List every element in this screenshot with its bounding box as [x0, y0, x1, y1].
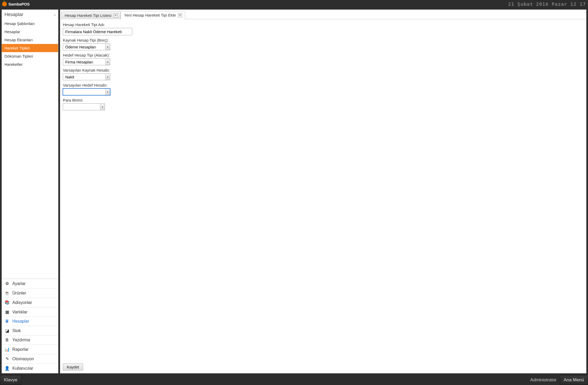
select-value[interactable] [63, 89, 105, 95]
stock-icon [4, 328, 10, 333]
sidebar-header[interactable]: Hesaplar ‹ [2, 10, 58, 19]
nav-urunler[interactable]: Ürünler [2, 288, 58, 298]
tab-hareket-tipi-listesi[interactable]: Hesap Hareketi Tipi Listesi ✕ [61, 11, 121, 19]
calculator-icon [4, 319, 10, 324]
select-value[interactable] [63, 104, 100, 110]
close-icon[interactable]: ✕ [178, 13, 182, 17]
sidebar-sublist: Hesap Şablonları Hesaplar Hesap Ekranlar… [2, 19, 58, 68]
nav-ayarlar[interactable]: Ayarlar [2, 279, 58, 288]
nav-hesaplar[interactable]: Hesaplar [2, 317, 58, 326]
tab-label: Hesap Hareketi Tipi Listesi [65, 13, 111, 18]
gear-icon [4, 281, 10, 286]
tabstrip: Hesap Hareketi Tipi Listesi ✕ Yeni Hesap… [60, 10, 586, 19]
select-source-type[interactable]: ▾ [63, 43, 110, 50]
chevron-down-icon[interactable]: ▾ [105, 89, 110, 95]
select-value[interactable] [63, 74, 105, 80]
clock: 21 Şubat 2016 Pazar 12 17 [508, 1, 586, 7]
nav-label: Kullanıcılar [12, 366, 33, 371]
form-area: Hesap Hareketi Tipi Adı: Kaynak Hesap Ti… [60, 19, 586, 373]
sidebar-item-hareket-tipleri[interactable]: Hareket Tipleri [2, 44, 58, 52]
footer: Klavye Administrator Ana Menü [0, 375, 588, 385]
nav-label: Raporlar [12, 347, 28, 352]
logo-icon [2, 2, 7, 6]
app-name: SambaPOS [8, 2, 30, 6]
select-target-type[interactable]: ▾ [63, 58, 110, 65]
save-button[interactable]: Kaydet [63, 363, 83, 371]
label-default-target: Varsayılan Hedef Hesabı: [63, 83, 584, 87]
nav-label: Varlıklar [12, 310, 28, 314]
nav-label: Stok [12, 328, 21, 333]
nav-label: Ürünler [12, 291, 26, 296]
nav-adisyonlar[interactable]: Adisyonlar [2, 298, 58, 307]
chevron-down-icon[interactable]: ▾ [100, 104, 105, 110]
nav-label: Ayarlar [12, 281, 26, 286]
nav-label: Otomasyon [12, 357, 34, 361]
report-icon [4, 347, 10, 352]
row-currency: Para Birimi: ▾ [63, 98, 584, 110]
row-source-type: Kaynak Hesap Tipi (Borç): ▾ [63, 38, 584, 50]
label-target-type: Hedef Hesap Tipi (Alacak): [63, 53, 584, 57]
label-default-source: Varsayılan Kaynak Hesabı: [63, 68, 584, 72]
row-default-target: Varsayılan Hedef Hesabı: ▾ [63, 83, 584, 95]
chevron-down-icon[interactable]: ▾ [105, 59, 110, 65]
select-value[interactable] [63, 59, 105, 65]
app-logo: SambaPOS [2, 2, 30, 6]
sidebar-item-hesaplar[interactable]: Hesaplar [2, 28, 58, 36]
sidebar-item-dokuman-tipleri[interactable]: Döküman Tipleri [2, 52, 58, 60]
sidebar-item-hareketler[interactable]: Hareketler [2, 60, 58, 68]
nav-label: Yazdırma [12, 338, 30, 342]
chevron-down-icon[interactable]: ▾ [105, 74, 110, 80]
sidebar-item-hesap-sablonlari[interactable]: Hesap Şablonları [2, 19, 58, 28]
row-target-type: Hedef Hesap Tipi (Alacak): ▾ [63, 53, 584, 65]
label-name: Hesap Hareketi Tipi Adı: [63, 22, 584, 27]
chevron-left-icon[interactable]: ‹ [54, 13, 55, 17]
select-currency[interactable]: ▾ [63, 103, 105, 110]
row-default-source: Varsayılan Kaynak Hesabı: ▾ [63, 68, 584, 80]
print-icon [4, 338, 10, 342]
grid-icon [4, 309, 10, 314]
nav-label: Hesaplar [12, 319, 29, 324]
tab-label: Yeni Hesap Hareketi Tipi Ekle [124, 13, 176, 17]
label-source-type: Kaynak Hesap Tipi (Borç): [63, 38, 584, 42]
nav-yazdirma[interactable]: Yazdırma [2, 336, 58, 345]
nav-varliklar[interactable]: Varlıklar [2, 307, 58, 317]
sidebar-main-nav: Ayarlar Ürünler Adisyonlar Varlıklar Hes… [2, 279, 58, 373]
content-panel: Hesap Hareketi Tipi Listesi ✕ Yeni Hesap… [60, 9, 586, 373]
keyboard-button[interactable]: Klavye [0, 375, 21, 385]
books-icon [4, 300, 10, 305]
input-name[interactable] [63, 28, 132, 35]
tab-yeni-hareket-tipi[interactable]: Yeni Hesap Hareketi Tipi Ekle ✕ [121, 11, 185, 19]
sidebar: Hesaplar ‹ Hesap Şablonları Hesaplar Hes… [2, 9, 58, 373]
select-value[interactable] [63, 44, 105, 50]
main-menu-button[interactable]: Ana Menü [560, 375, 588, 385]
nav-stok[interactable]: Stok [2, 326, 58, 336]
users-icon [4, 366, 10, 371]
automation-icon [4, 356, 10, 361]
sidebar-item-hesap-ekranlari[interactable]: Hesap Ekranları [2, 36, 58, 44]
workspace: Hesaplar ‹ Hesap Şablonları Hesaplar Hes… [0, 8, 588, 375]
row-name: Hesap Hareketi Tipi Adı: [63, 22, 584, 35]
current-user: Administrator [527, 375, 560, 385]
titlebar: SambaPOS 21 Şubat 2016 Pazar 12 17 [0, 0, 588, 8]
nav-label: Adisyonlar [12, 300, 32, 305]
sidebar-title: Hesaplar [4, 12, 23, 17]
nav-kullanicilar[interactable]: Kullanıcılar [2, 364, 58, 373]
coffee-icon [4, 291, 10, 296]
chevron-down-icon[interactable]: ▾ [105, 44, 110, 50]
close-icon[interactable]: ✕ [114, 13, 118, 18]
select-default-source[interactable]: ▾ [63, 73, 110, 80]
nav-otomasyon[interactable]: Otomasyon [2, 354, 58, 364]
nav-raporlar[interactable]: Raporlar [2, 345, 58, 354]
label-currency: Para Birimi: [63, 98, 584, 102]
select-default-target[interactable]: ▾ [63, 88, 110, 95]
